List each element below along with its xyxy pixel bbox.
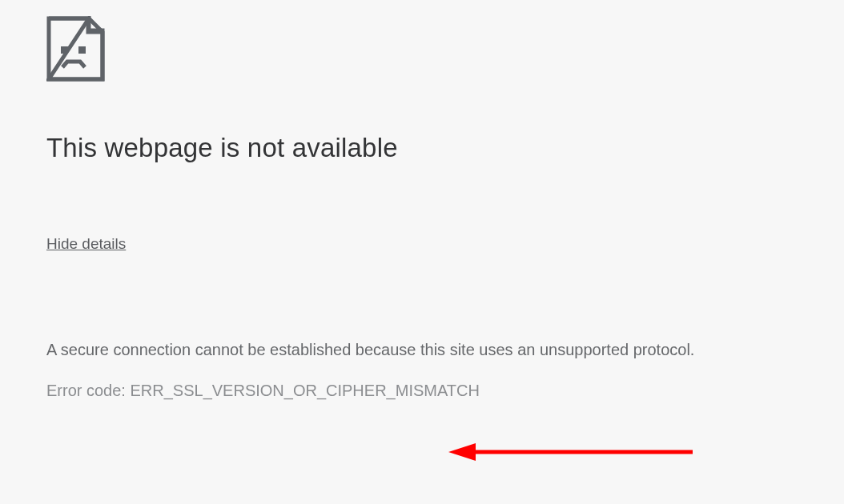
sad-page-icon — [46, 16, 798, 85]
svg-marker-3 — [448, 443, 476, 461]
error-code-label: Error code: — [46, 382, 130, 399]
svg-rect-1 — [78, 46, 86, 54]
error-code-value: ERR_SSL_VERSION_OR_CIPHER_MISMATCH — [130, 382, 479, 399]
annotation-arrow-icon — [448, 440, 697, 467]
svg-rect-0 — [61, 46, 68, 54]
error-detail-message: A secure connection cannot be establishe… — [46, 341, 798, 359]
error-code-line: Error code: ERR_SSL_VERSION_OR_CIPHER_MI… — [46, 382, 798, 400]
page-title: This webpage is not available — [46, 133, 798, 163]
hide-details-link[interactable]: Hide details — [46, 235, 126, 253]
